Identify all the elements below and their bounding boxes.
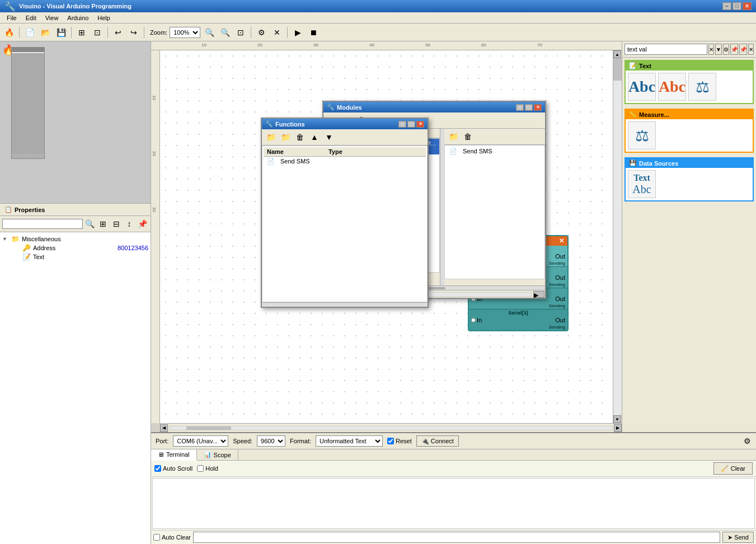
datasources-group-grid: Text Abc bbox=[626, 168, 753, 200]
menu-arduino[interactable]: Arduino bbox=[63, 13, 93, 22]
bottom-settings-btn[interactable]: ⚙ bbox=[740, 434, 754, 448]
arduino-close[interactable]: ✕ bbox=[559, 237, 564, 245]
maximize-button[interactable]: □ bbox=[732, 2, 741, 10]
vscroll-track[interactable] bbox=[613, 58, 622, 415]
functions-item-0[interactable]: 📄 Send SMS bbox=[264, 157, 426, 166]
prop-expand[interactable]: ⊞ bbox=[97, 217, 109, 231]
search-icon[interactable]: ▼ bbox=[715, 44, 722, 55]
functions-up[interactable]: ▲ bbox=[308, 130, 321, 144]
properties-search[interactable] bbox=[2, 219, 83, 229]
terminal-area[interactable] bbox=[152, 478, 755, 529]
toolbar-save[interactable]: 💾 bbox=[54, 26, 68, 39]
hscroll-right-canvas[interactable]: ▶ bbox=[614, 424, 622, 432]
toolbar-redo[interactable]: ↪ bbox=[127, 26, 140, 39]
clear-button[interactable]: 🧹 Clear bbox=[713, 462, 753, 475]
functions-resize[interactable] bbox=[262, 302, 428, 307]
hscroll-right[interactable]: ▶ bbox=[533, 291, 544, 298]
palette-search-input[interactable] bbox=[624, 44, 707, 55]
text-item-0[interactable]: Abc bbox=[628, 73, 656, 101]
toolbar-compile[interactable]: ⚙ bbox=[255, 26, 268, 39]
tree-text[interactable]: 📝 Text bbox=[13, 252, 148, 261]
toolbar-stop[interactable]: ⏹ bbox=[307, 26, 320, 39]
functions-maximize[interactable]: □ bbox=[407, 121, 415, 128]
autoclear-checkbox[interactable] bbox=[153, 534, 160, 541]
port-select[interactable]: COM6 (Unav... bbox=[173, 435, 228, 447]
toolbar-run[interactable]: ▶ bbox=[291, 26, 304, 39]
send-button[interactable]: ➤ Send bbox=[722, 532, 754, 543]
reset-checkbox[interactable] bbox=[387, 438, 394, 444]
search-clear[interactable]: ✕ bbox=[708, 44, 714, 55]
prop-filter[interactable]: 🔍 bbox=[84, 217, 96, 231]
prop-collapse[interactable]: ⊟ bbox=[110, 217, 122, 231]
speed-select[interactable]: 9600 bbox=[257, 435, 285, 447]
functions-dialog-title[interactable]: 🔧 Functions − □ ✕ bbox=[262, 119, 428, 129]
tree-address[interactable]: 🔑 Address 800123456 bbox=[13, 243, 148, 252]
tab-scope[interactable]: 📊 Scope bbox=[197, 449, 238, 460]
modules-close[interactable]: ✕ bbox=[534, 104, 542, 111]
text-item-2[interactable]: ⚖ bbox=[688, 73, 716, 101]
ruler-mark-v-10: 10 bbox=[152, 95, 157, 100]
zoom-fit[interactable]: ⊡ bbox=[234, 26, 247, 39]
functions-remove[interactable]: 📁 bbox=[279, 130, 292, 144]
reset-checkbox-label[interactable]: Reset bbox=[387, 438, 412, 444]
toolbar-undo[interactable]: ↩ bbox=[111, 26, 125, 39]
modules-resize-handle[interactable] bbox=[440, 129, 444, 285]
minimize-button[interactable]: − bbox=[722, 2, 731, 10]
modules-dialog-title[interactable]: 🔧 Modules − □ ✕ bbox=[323, 102, 545, 112]
menu-edit[interactable]: Edit bbox=[21, 13, 41, 22]
modules-right-remove[interactable]: 🗑 bbox=[461, 130, 475, 143]
autoscroll-checkbox[interactable] bbox=[154, 465, 161, 472]
send-input[interactable] bbox=[193, 532, 720, 543]
zoom-in[interactable]: 🔍 bbox=[203, 26, 216, 39]
connect-button[interactable]: 🔌 Connect bbox=[416, 435, 459, 447]
close-button[interactable]: ✕ bbox=[743, 2, 752, 10]
search-settings[interactable]: ⚙ bbox=[723, 44, 729, 55]
toolbar-delete[interactable]: ✕ bbox=[270, 26, 284, 39]
functions-add[interactable]: 📁 bbox=[264, 130, 278, 144]
functions-minimize[interactable]: − bbox=[398, 121, 406, 128]
zoom-out[interactable]: 🔍 bbox=[218, 26, 232, 39]
search-x[interactable]: ✕ bbox=[748, 44, 754, 55]
format-select[interactable]: Unformatted Text bbox=[316, 435, 383, 447]
datasources-item-0[interactable]: Text Abc bbox=[628, 170, 656, 198]
prop-pin[interactable]: 📌 bbox=[137, 217, 148, 231]
search-pin[interactable]: 📌 bbox=[730, 44, 738, 55]
vscroll-up[interactable]: ▲ bbox=[613, 50, 621, 58]
vscroll-thumb[interactable] bbox=[613, 58, 622, 81]
text-item-0-icon: Abc bbox=[628, 78, 655, 96]
toolbar-grid[interactable]: ⊞ bbox=[75, 26, 88, 39]
menu-view[interactable]: View bbox=[41, 13, 63, 22]
measure-item-0[interactable]: ⚖ bbox=[628, 121, 656, 149]
autoscroll-label[interactable]: Auto Scroll bbox=[154, 465, 192, 472]
tab-terminal[interactable]: 🖥 Terminal bbox=[151, 449, 197, 461]
functions-down[interactable]: ▼ bbox=[322, 130, 336, 144]
autoclear-label[interactable]: Auto Clear bbox=[153, 534, 191, 541]
tree-miscellaneous[interactable]: ▼ 📁 Miscellaneous bbox=[2, 235, 148, 243]
hscroll-track-canvas[interactable] bbox=[169, 426, 613, 430]
menu-file[interactable]: File bbox=[2, 13, 21, 22]
menu-help[interactable]: Help bbox=[93, 13, 115, 22]
zoom-select[interactable]: 100% 50% 75% 150% 200% bbox=[170, 27, 200, 38]
canvas-vscroll[interactable]: ▲ ▼ bbox=[613, 50, 622, 423]
hscroll-thumb-canvas[interactable] bbox=[186, 426, 231, 430]
canvas-inner[interactable]: GSM utput (SIM90 ssage rvice(GPRS Arduin… bbox=[160, 50, 613, 423]
functions-delete[interactable]: 🗑 bbox=[293, 130, 307, 144]
toolbar-open[interactable]: 📂 bbox=[39, 26, 52, 39]
port-label: Port: bbox=[156, 438, 168, 444]
canvas-hscroll[interactable]: ◀ ▶ bbox=[160, 423, 622, 432]
modules-minimize[interactable]: − bbox=[516, 104, 524, 111]
functions-close[interactable]: ✕ bbox=[416, 121, 424, 128]
prop-sort[interactable]: ↕ bbox=[123, 217, 135, 231]
text-item-1[interactable]: Abc bbox=[658, 73, 686, 101]
hold-checkbox[interactable] bbox=[197, 465, 204, 472]
modules-maximize[interactable]: □ bbox=[525, 104, 533, 111]
modules-right-add[interactable]: 📁 bbox=[447, 130, 460, 143]
toolbar-new[interactable]: 📄 bbox=[23, 26, 36, 39]
toolbar-snap[interactable]: ⊡ bbox=[91, 26, 104, 39]
modules-right-item-0[interactable]: 📄 Send SMS bbox=[446, 147, 543, 156]
hscroll-left-canvas[interactable]: ◀ bbox=[160, 424, 168, 432]
hold-label[interactable]: Hold bbox=[197, 465, 218, 472]
vscroll-down[interactable]: ▼ bbox=[613, 415, 621, 423]
search-pin2[interactable]: 📌 bbox=[739, 44, 747, 55]
functions-dialog[interactable]: 🔧 Functions − □ ✕ 📁 bbox=[261, 118, 429, 308]
